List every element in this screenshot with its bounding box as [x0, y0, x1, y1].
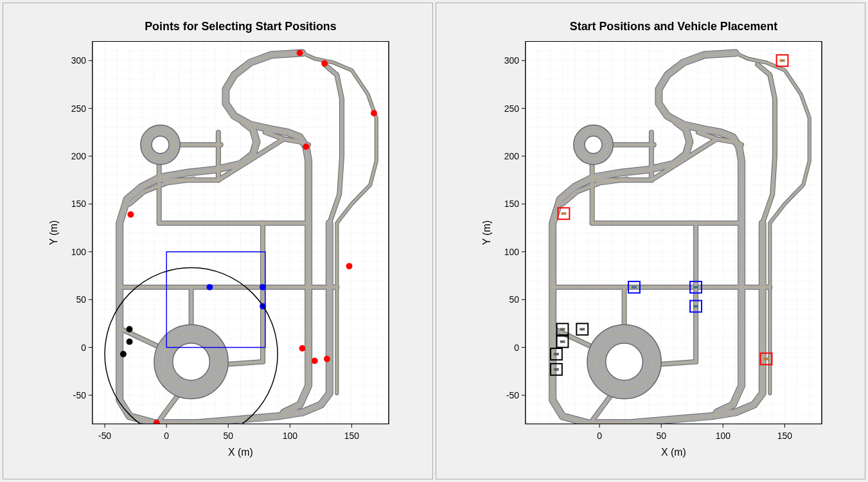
scenario-region-points-red-marker: [346, 263, 353, 269]
right-panel: 050100150-50050100150200250300Start Posi…: [436, 3, 866, 479]
circle-region-points-black-marker: [127, 339, 133, 345]
y-tick-label: 300: [71, 55, 86, 66]
y-tick-label: 50: [509, 294, 519, 305]
y-tick-label: 100: [504, 247, 518, 257]
scenario-region-points-red-marker: [297, 49, 303, 56]
circle-region-points-black-marker: [127, 326, 133, 332]
x-tick-label: 150: [777, 431, 792, 441]
y-tick-label: 50: [76, 294, 86, 305]
scenario-region-points-red-marker: [127, 211, 134, 218]
circle-region-points-black-marker: [120, 351, 127, 357]
x-tick-label: 50: [224, 431, 234, 441]
y-tick-label: 150: [71, 199, 86, 209]
y-tick-label: 250: [71, 103, 86, 114]
scenario-region-points-red-marker: [303, 143, 309, 150]
svg-rect-169: [580, 328, 585, 330]
plot-title: Points for Selecting Start Positions: [145, 20, 337, 33]
svg-point-157: [605, 343, 642, 380]
svg-rect-172: [553, 368, 558, 371]
rectangle-region-points-blue-marker: [206, 284, 213, 290]
svg-rect-170: [560, 341, 565, 343]
y-tick-label: 200: [504, 151, 518, 161]
x-axis-label: X (m): [661, 447, 686, 458]
x-tick-label: -50: [98, 431, 111, 441]
left-plot[interactable]: -50050100150-50050100150200250300Points …: [3, 3, 432, 478]
plot-title: Start Positions and Vehicle Placement: [569, 20, 777, 33]
y-tick-label: -50: [73, 390, 86, 400]
x-tick-label: 100: [283, 431, 297, 441]
right-plot[interactable]: 050100150-50050100150200250300Start Posi…: [436, 3, 865, 478]
y-axis-label: Y (m): [48, 220, 59, 245]
x-tick-label: 150: [344, 431, 359, 441]
x-tick-label: 0: [164, 431, 169, 441]
y-tick-label: 0: [514, 343, 519, 353]
x-tick-label: 100: [715, 431, 730, 441]
svg-rect-167: [693, 305, 698, 308]
y-tick-label: 150: [504, 199, 518, 209]
x-tick-label: 0: [597, 431, 602, 441]
left-panel: -50050100150-50050100150200250300Points …: [3, 3, 433, 479]
svg-rect-162: [779, 59, 784, 62]
y-tick-label: 0: [81, 343, 86, 353]
svg-point-69: [173, 343, 210, 380]
y-tick-label: 100: [71, 247, 86, 257]
svg-rect-171: [553, 353, 558, 355]
y-tick-label: 300: [504, 55, 518, 66]
y-tick-label: -50: [506, 390, 518, 400]
scenario-region-points-red-marker: [312, 357, 318, 364]
x-tick-label: 50: [656, 431, 666, 441]
figure-window: -50050100150-50050100150200250300Points …: [0, 0, 868, 482]
y-tick-label: 200: [71, 151, 86, 161]
scenario-region-points-red-marker: [299, 345, 306, 352]
scenario-region-points-red-marker: [321, 60, 328, 67]
svg-rect-168: [560, 328, 565, 330]
svg-rect-164: [763, 357, 768, 360]
x-axis-label: X (m): [228, 447, 253, 458]
y-axis-label: Y (m): [481, 220, 492, 245]
svg-rect-163: [561, 212, 566, 215]
svg-point-72: [152, 136, 169, 154]
y-tick-label: 250: [504, 103, 518, 114]
svg-point-160: [585, 136, 602, 154]
scenario-region-points-red-marker: [324, 355, 330, 362]
svg-rect-165: [631, 286, 636, 289]
scenario-region-points-red-marker: [154, 420, 160, 426]
svg-rect-166: [693, 286, 698, 289]
scenario-region-points-red-marker: [371, 110, 377, 116]
